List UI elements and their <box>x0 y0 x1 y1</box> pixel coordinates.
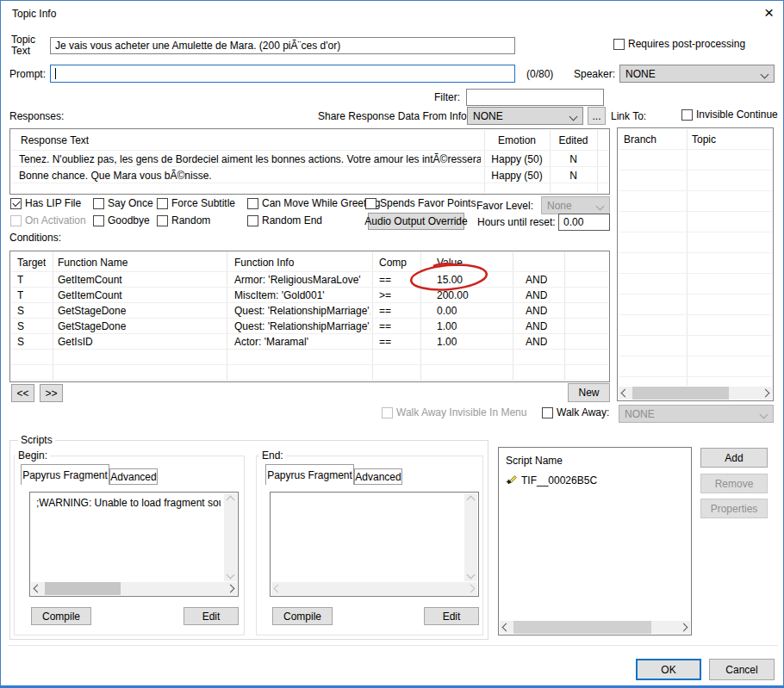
end-fragment-textarea[interactable] <box>270 492 479 597</box>
end-compile-button[interactable]: Compile <box>272 607 333 625</box>
condition-target[interactable]: S <box>17 305 24 317</box>
checkbox-box[interactable] <box>681 109 693 121</box>
condition-target[interactable]: T <box>17 274 23 286</box>
scroll-down-icon[interactable] <box>464 568 477 581</box>
condition-operator[interactable]: AND <box>526 320 547 332</box>
add-script-button[interactable]: Add <box>700 448 768 468</box>
checkbox-box[interactable] <box>157 198 168 209</box>
checkbox-box[interactable] <box>542 407 553 418</box>
speaker-combo[interactable]: NONE <box>619 65 775 83</box>
say-once-checkbox[interactable]: Say Once <box>93 197 153 209</box>
checkbox-box[interactable] <box>93 215 104 226</box>
response-row-text[interactable]: Bonne chance. Que Mara vous bÃ©nisse. <box>19 170 481 182</box>
condition-function-info[interactable]: Armor: 'ReligiousMaraLove' <box>234 274 370 286</box>
condition-value[interactable]: 0.00 <box>437 305 457 317</box>
end-edit-button[interactable]: Edit <box>424 607 479 625</box>
condition-function-name[interactable]: GetStageDone <box>58 305 126 317</box>
random-checkbox[interactable]: Random <box>157 214 210 226</box>
checkbox-box[interactable] <box>247 198 258 209</box>
scroll-up-icon[interactable] <box>224 493 237 506</box>
link-to-hscrollbar[interactable] <box>619 387 772 400</box>
can-move-while-greeting-checkbox[interactable]: Can Move While Greeting <box>247 197 380 209</box>
scrollbar-thumb[interactable] <box>632 387 729 400</box>
condition-operator[interactable]: AND <box>526 305 547 317</box>
condition-comp[interactable]: == <box>379 320 391 332</box>
prompt-input[interactable] <box>50 65 515 83</box>
share-more-button[interactable]: ... <box>588 107 606 125</box>
checkbox-box[interactable] <box>365 198 376 209</box>
filter-input[interactable] <box>466 89 604 106</box>
condition-function-info[interactable]: Actor: 'Maramal' <box>234 336 370 348</box>
begin-hscrollbar[interactable] <box>31 582 237 595</box>
condition-operator[interactable]: AND <box>526 274 547 286</box>
conditions-prev-button[interactable]: << <box>11 384 34 402</box>
condition-operator[interactable]: AND <box>526 336 547 348</box>
scroll-left-icon[interactable] <box>619 387 632 400</box>
scroll-right-icon[interactable] <box>677 621 690 634</box>
tab-end-papyrus-fragment[interactable]: Papyrus Fragment <box>265 464 354 485</box>
link-to-col-topic[interactable]: Topic <box>692 133 716 146</box>
condition-comp[interactable]: >= <box>379 289 391 301</box>
scroll-right-icon[interactable] <box>759 387 772 400</box>
condition-function-name[interactable]: GetIsID <box>58 336 93 348</box>
begin-vscrollbar[interactable] <box>224 493 237 581</box>
begin-fragment-textarea[interactable]: ;WARNING: Unable to load fragment source… <box>29 492 239 597</box>
response-row-emotion[interactable]: Happy (50) <box>484 153 550 165</box>
ok-button[interactable]: OK <box>636 659 701 680</box>
invisible-continue-checkbox[interactable]: Invisible Continue <box>681 108 778 121</box>
responses-col-edited[interactable]: Edited <box>550 134 597 146</box>
scroll-left-icon[interactable] <box>271 582 284 595</box>
scroll-down-icon[interactable] <box>224 568 237 581</box>
condition-function-info[interactable]: Quest: 'RelationshipMarriage',... <box>234 320 370 332</box>
script-list-item[interactable]: TIF__00026B5C <box>521 474 597 487</box>
link-to-col-branch[interactable]: Branch <box>624 133 656 146</box>
conditions-col-comp[interactable]: Comp <box>379 257 407 269</box>
responses-col-text[interactable]: Response Text <box>21 134 89 146</box>
scrollbar-thumb[interactable] <box>513 621 651 634</box>
scroll-left-icon[interactable] <box>31 582 44 595</box>
force-subtitle-checkbox[interactable]: Force Subtitle <box>157 197 235 209</box>
response-row-edited[interactable]: N <box>550 170 597 182</box>
condition-comp[interactable]: == <box>379 305 391 317</box>
scroll-up-icon[interactable] <box>464 493 477 506</box>
response-row-edited[interactable]: N <box>550 153 597 165</box>
scroll-right-icon[interactable] <box>464 582 477 595</box>
cancel-button[interactable]: Cancel <box>709 659 775 680</box>
share-response-combo[interactable]: NONE <box>467 107 583 125</box>
script-list-hscrollbar[interactable] <box>500 621 690 634</box>
condition-function-name[interactable]: GetStageDone <box>58 320 126 332</box>
response-row-emotion[interactable]: Happy (50) <box>484 170 550 182</box>
condition-value[interactable]: 1.00 <box>437 320 457 332</box>
walk-away-checkbox[interactable]: Walk Away: <box>542 406 609 418</box>
condition-comp[interactable]: == <box>379 274 391 286</box>
audio-output-override-button[interactable]: Audio Output Override <box>368 213 464 230</box>
scrollbar-thumb[interactable] <box>45 582 121 595</box>
condition-function-info[interactable]: MiscItem: 'Gold001' <box>234 289 370 301</box>
has-lip-file-checkbox[interactable]: Has LIP File <box>10 197 81 209</box>
script-list-header[interactable]: Script Name <box>506 455 563 467</box>
condition-function-name[interactable]: GetItemCount <box>58 289 122 301</box>
checkbox-box[interactable] <box>157 215 168 226</box>
tab-end-advanced[interactable]: Advanced <box>354 468 402 485</box>
hours-until-reset-input[interactable]: 0.00 <box>558 214 610 231</box>
end-vscrollbar[interactable] <box>464 493 477 581</box>
end-hscrollbar[interactable] <box>271 582 477 595</box>
close-icon[interactable]: × <box>764 4 774 21</box>
checkbox-box[interactable] <box>10 198 22 209</box>
goodbye-checkbox[interactable]: Goodbye <box>93 214 150 226</box>
conditions-col-function-info[interactable]: Function Info <box>234 257 294 269</box>
response-row-text[interactable]: Tenez. N'oubliez pas, les gens de Bordec… <box>19 153 481 165</box>
conditions-col-function-name[interactable]: Function Name <box>58 257 128 269</box>
requires-post-processing-checkbox[interactable]: Requires post-processing <box>613 38 745 50</box>
condition-comp[interactable]: == <box>379 336 391 348</box>
scroll-right-icon[interactable] <box>224 582 237 595</box>
condition-target[interactable]: S <box>17 336 24 348</box>
begin-edit-button[interactable]: Edit <box>184 607 239 625</box>
conditions-next-button[interactable]: >> <box>40 384 63 402</box>
random-end-checkbox[interactable]: Random End <box>247 214 322 226</box>
responses-col-emotion[interactable]: Emotion <box>484 134 550 146</box>
begin-compile-button[interactable]: Compile <box>31 607 91 625</box>
condition-target[interactable]: S <box>17 320 24 332</box>
checkbox-box[interactable] <box>613 39 625 50</box>
condition-function-info[interactable]: Quest: 'RelationshipMarriage',... <box>234 305 370 317</box>
